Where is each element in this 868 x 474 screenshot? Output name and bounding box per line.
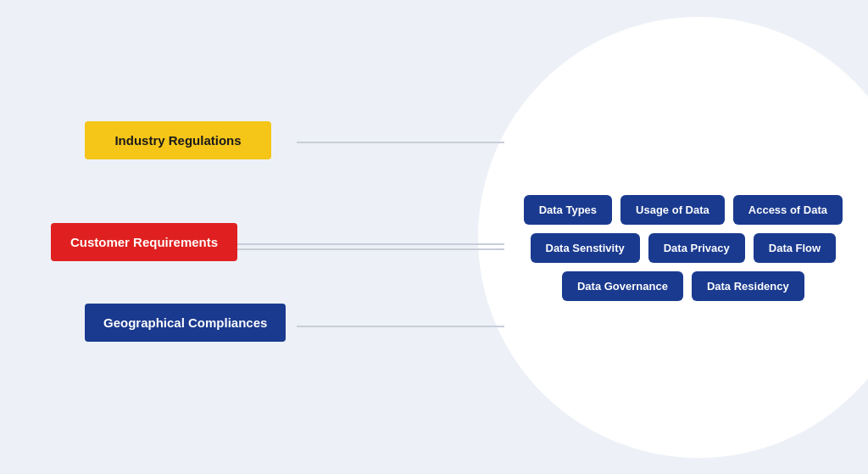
tag-data-privacy: Data Privacy [648, 233, 745, 263]
industry-regulations-label: Industry Regulations [114, 133, 241, 148]
tag-usage-of-data: Usage of Data [620, 195, 725, 225]
tag-data-types: Data Types [524, 195, 612, 225]
tags-row-1: Data Types Usage of Data Access of Data [524, 195, 843, 225]
tag-data-residency: Data Residency [692, 271, 804, 301]
customer-requirements-label: Customer Requirements [70, 235, 218, 249]
industry-regulations-box: Industry Regulations [85, 121, 271, 159]
tag-data-flow: Data Flow [754, 233, 836, 263]
tags-row-2: Data Senstivity Data Privacy Data Flow [531, 233, 837, 263]
canvas: Industry Regulations Customer Requiremen… [0, 0, 868, 474]
tag-data-sensitivity: Data Senstivity [531, 233, 640, 263]
customer-requirements-box: Customer Requirements [51, 223, 237, 261]
tags-row-3: Data Governance Data Residency [562, 271, 804, 301]
tag-access-of-data: Access of Data [733, 195, 843, 225]
geographical-compliances-label: Geographical Compliances [103, 315, 267, 330]
tag-data-governance: Data Governance [562, 271, 683, 301]
tags-container: Data Types Usage of Data Access of Data … [524, 195, 843, 301]
geographical-compliances-box: Geographical Compliances [85, 304, 286, 342]
